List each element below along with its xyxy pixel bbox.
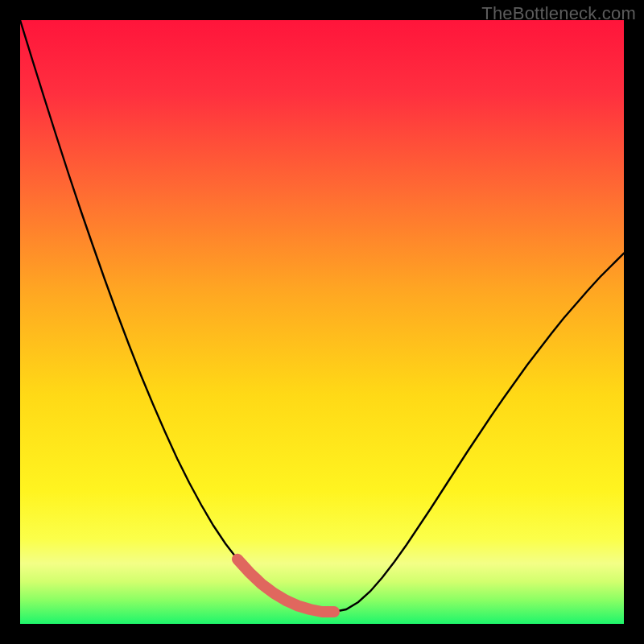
bottleneck-chart	[20, 20, 624, 624]
chart-frame: TheBottleneck.com	[0, 0, 644, 644]
watermark-text: TheBottleneck.com	[481, 3, 636, 24]
gradient-background	[20, 20, 624, 624]
